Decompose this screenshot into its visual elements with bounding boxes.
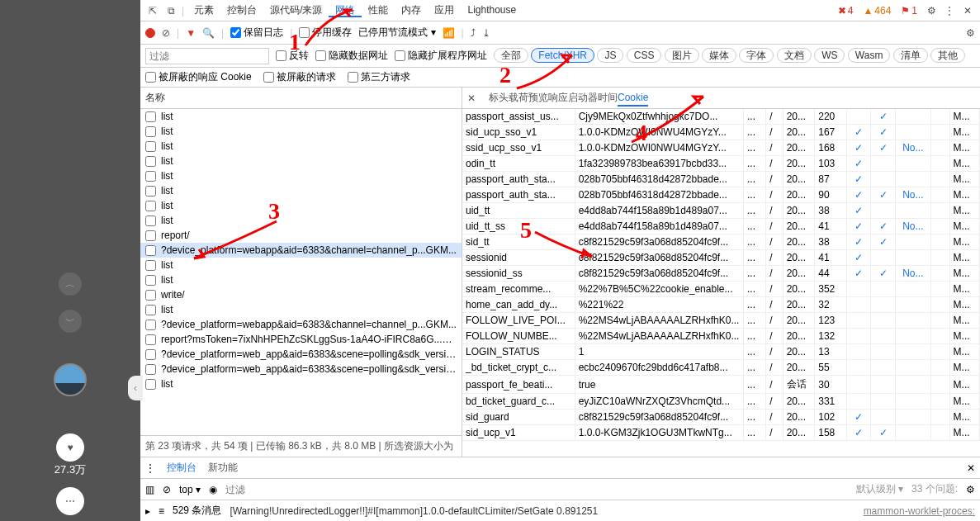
cookie-row[interactable]: FOLLOW_NUMBE...%22MS4wLjABAAAAALZRHxfhK0… (462, 329, 980, 344)
request-row[interactable]: ?device_platform=web_app&aid=6383&scene=… (140, 347, 462, 362)
type-pill-4[interactable]: 图片 (665, 48, 699, 63)
console-clear-icon[interactable]: ⊘ (163, 484, 171, 495)
request-row[interactable]: list (140, 139, 462, 154)
message-source[interactable]: mammon-worklet-proces: (864, 505, 975, 517)
blocked-cookie-checkbox[interactable]: 被屏蔽的响应 Cookie (145, 70, 252, 84)
context-dropdown[interactable]: top ▾ (179, 484, 201, 495)
type-pill-5[interactable]: 媒体 (702, 48, 736, 63)
console-settings-icon[interactable]: ⚙ (966, 484, 975, 495)
detail-tab-6[interactable]: Cookie (618, 92, 648, 107)
cookie-row[interactable]: ssid_ucp_sso_v11.0.0-KDMzOWI0NWU4MGYzY..… (462, 140, 980, 156)
row-checkbox[interactable] (145, 186, 156, 197)
eye-icon[interactable]: ◉ (209, 484, 217, 495)
request-row[interactable]: list (140, 377, 462, 391)
request-row[interactable]: ?device_platform=webapp&aid=6383&channel… (140, 317, 462, 332)
cookie-row[interactable]: sessionid_ssc8f821529c59f3a068d85204fc9f… (462, 266, 980, 282)
type-pill-2[interactable]: JS (597, 48, 623, 63)
type-pill-6[interactable]: 字体 (739, 48, 774, 63)
cookie-row[interactable]: passport_fe_beati...true.../会话30M... (462, 376, 980, 394)
request-row[interactable]: list (140, 198, 462, 213)
type-pill-10[interactable]: 清单 (893, 48, 928, 63)
request-row[interactable]: list (140, 272, 462, 287)
preserve-log-checkbox[interactable]: 保留日志 (230, 26, 283, 40)
nav-down-button[interactable]: ﹀ (59, 310, 82, 333)
cookie-row[interactable]: uid_tte4dd8ab744f158a89b1d489a07....../2… (462, 203, 980, 219)
cookie-row[interactable]: stream_recomme...%22%7B%5C%22cookie_enab… (462, 282, 980, 297)
main-tab-7[interactable]: Lighthouse (461, 4, 523, 16)
level-dropdown[interactable]: 默认级别 ▾ (856, 482, 903, 496)
drawer-menu-icon[interactable]: ⋮ (145, 462, 155, 474)
request-row[interactable]: list (140, 258, 462, 272)
upload-icon[interactable]: ⤴ (471, 27, 476, 39)
detail-tab-3[interactable]: 响应 (548, 92, 568, 103)
cookie-row[interactable]: home_can_add_dy...%221%22.../20...32M... (462, 297, 980, 313)
row-checkbox[interactable] (145, 275, 156, 286)
nav-up-button[interactable]: ︿ (59, 272, 82, 296)
row-checkbox[interactable] (145, 171, 156, 182)
cookie-row[interactable]: passport_assist_us...Cjy9MEkQx0Ztfwhhjog… (462, 109, 980, 125)
throttling-dropdown[interactable]: 已停用节流模式 ▾ (358, 26, 435, 40)
close-detail-icon[interactable]: ✕ (467, 92, 476, 104)
blocked-req-checkbox[interactable]: 被屏蔽的请求 (263, 70, 336, 84)
cookie-row[interactable]: LOGIN_STATUS1.../20...13M... (462, 344, 980, 360)
console-sidebar-icon[interactable]: ▥ (145, 484, 154, 495)
console-filter-input[interactable] (225, 481, 848, 498)
type-pill-11[interactable]: 其他 (930, 48, 965, 63)
request-row[interactable]: ?device_platform=web_app&aid=6383&scene=… (140, 362, 462, 377)
comment-button[interactable]: ⋯ (56, 487, 84, 515)
like-button[interactable]: ♥ (56, 433, 84, 462)
close-icon[interactable]: ✕ (960, 5, 975, 17)
info-badge[interactable]: ⚑ 1 (897, 5, 921, 17)
type-pill-0[interactable]: 全部 (494, 48, 528, 63)
error-badge[interactable]: ✖ 4 (835, 5, 857, 17)
row-checkbox[interactable] (145, 305, 156, 315)
cookie-row[interactable]: sid_ucp_v11.0.0-KGM3Zjk1OGU3MTkwNTg.....… (462, 425, 980, 441)
drawer-tab-whatsnew[interactable]: 新功能 (208, 461, 238, 475)
search-icon[interactable]: 🔍 (202, 27, 215, 39)
row-checkbox[interactable] (145, 364, 156, 375)
collapse-icon[interactable]: ≡ (159, 505, 164, 517)
request-row[interactable]: report?msToken=7ixNhHPEhZcSKLggSus-1aA4O… (140, 332, 462, 347)
third-party-checkbox[interactable]: 第三方请求 (348, 70, 410, 84)
problems-link[interactable]: 33 个问题: (911, 482, 958, 496)
type-pill-1[interactable]: Fetch/XHR (531, 48, 594, 63)
request-row[interactable]: write/ (140, 287, 462, 302)
main-tab-6[interactable]: 应用 (428, 4, 461, 16)
clear-icon[interactable]: ⊘ (162, 27, 170, 39)
type-pill-3[interactable]: CSS (627, 48, 662, 63)
request-row[interactable]: list (140, 109, 462, 124)
cookie-row[interactable]: odin_tt1fa323989783bea63917bcbd33....../… (462, 156, 980, 172)
request-row[interactable]: list (140, 213, 462, 228)
row-checkbox[interactable] (145, 111, 156, 122)
row-checkbox[interactable] (145, 216, 156, 226)
row-checkbox[interactable] (145, 290, 156, 301)
cookie-row[interactable]: sessionidc8f821529c59f3a068d85204fc9f...… (462, 250, 980, 266)
cookie-row[interactable]: sid_guardc8f821529c59f3a068d85204fc9f...… (462, 410, 980, 425)
request-row[interactable]: list (140, 124, 462, 139)
request-row[interactable]: ?device_platform=webapp&aid=6383&channel… (140, 243, 462, 258)
main-tab-0[interactable]: 元素 (187, 4, 220, 16)
warn-badge[interactable]: ▲ 464 (859, 5, 894, 17)
invert-checkbox[interactable]: 反转 (276, 49, 309, 63)
inspect-icon[interactable]: ⇱ (145, 5, 160, 17)
request-row[interactable]: list (140, 302, 462, 317)
row-checkbox[interactable] (145, 141, 156, 152)
hide-ext-checkbox[interactable]: 隐藏扩展程序网址 (395, 49, 487, 63)
filter-input[interactable] (145, 48, 269, 64)
detail-tab-1[interactable]: 载荷 (509, 92, 528, 103)
row-checkbox[interactable] (145, 156, 156, 167)
cookie-row[interactable]: sid_ucp_sso_v11.0.0-KDMzOWI0NWU4MGYzY...… (462, 125, 980, 140)
filter-icon[interactable]: ▼ (186, 27, 196, 39)
drawer-close-icon[interactable]: ✕ (967, 462, 975, 474)
cookie-row[interactable]: passport_auth_sta...028b705bbf46318d4287… (462, 187, 980, 203)
detail-tab-5[interactable]: 时间 (598, 92, 618, 103)
main-tab-2[interactable]: 源代码/来源 (263, 4, 329, 16)
hide-data-checkbox[interactable]: 隐藏数据网址 (315, 49, 388, 63)
expand-icon[interactable]: ▸ (145, 505, 150, 517)
download-icon[interactable]: ⤓ (482, 27, 490, 39)
row-checkbox[interactable] (145, 230, 156, 241)
record-button[interactable] (145, 28, 155, 38)
drawer-tab-console[interactable]: 控制台 (167, 461, 196, 475)
cookie-row[interactable]: uid_tt_sse4dd8ab744f158a89b1d489a07.....… (462, 219, 980, 234)
cookie-row[interactable]: passport_auth_sta...028b705bbf46318d4287… (462, 172, 980, 187)
